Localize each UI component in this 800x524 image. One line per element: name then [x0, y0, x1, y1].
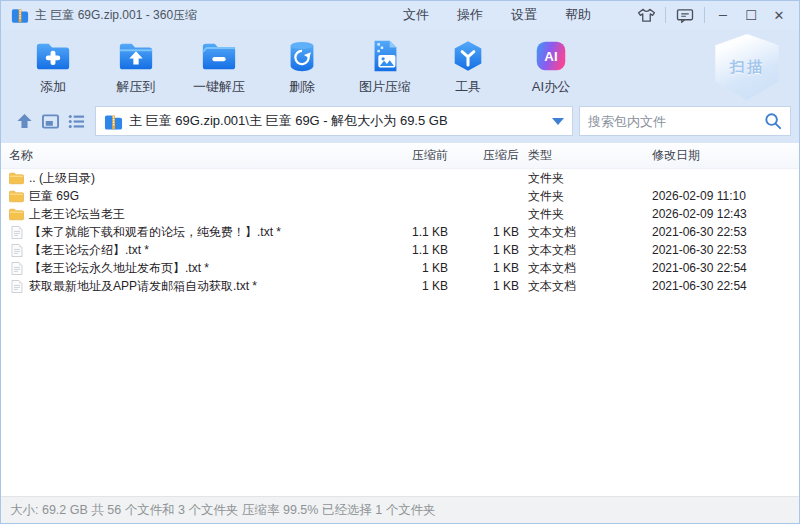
feedback-icon[interactable] — [670, 4, 700, 26]
file-name: .. (上级目录) — [29, 170, 95, 187]
close-button[interactable]: ✕ — [765, 4, 793, 26]
scan-badge-label: 扫描 — [730, 58, 764, 77]
file-name: 【老王论坛介绍】.txt * — [29, 242, 149, 259]
text-file-icon — [9, 226, 24, 239]
column-header-after[interactable]: 压缩后 — [451, 147, 522, 164]
menu-file[interactable]: 文件 — [389, 2, 443, 28]
toolbar: 添加 解压到 一键解压 删除 图片压缩 工具 AIAI办公 扫描 — [1, 29, 799, 105]
menu-help[interactable]: 帮助 — [551, 2, 605, 28]
toolbar-button-delete[interactable]: 删除 — [268, 35, 336, 99]
list-view-icon[interactable] — [63, 108, 89, 134]
maximize-button[interactable]: ☐ — [737, 4, 765, 26]
file-type: 文本文档 — [522, 242, 646, 259]
menu-operation[interactable]: 操作 — [443, 2, 497, 28]
file-type: 文本文档 — [522, 260, 646, 277]
file-name: 获取最新地址及APP请发邮箱自动获取.txt * — [29, 278, 257, 295]
column-header-name[interactable]: 名称 — [1, 147, 376, 164]
table-row[interactable]: 【老王论坛介绍】.txt *1.1 KB1 KB文本文档2021-06-30 2… — [1, 241, 799, 259]
preview-pane-icon[interactable] — [37, 108, 63, 134]
toolbar-label-image-compress: 图片压缩 — [359, 78, 411, 96]
file-name: 【老王论坛永久地址发布页】.txt * — [29, 260, 209, 277]
toolbar-items: 添加 解压到 一键解压 删除 图片压缩 工具 AIAI办公 — [19, 35, 585, 99]
status-bar: 大小: 69.2 GB 共 56 个文件和 3 个文件夹 压缩率 99.5% 已… — [1, 496, 799, 523]
window-title: 主 巨童 69G.zip.001 - 360压缩 — [35, 7, 197, 24]
toolbar-label-ai-office: AI办公 — [532, 78, 570, 96]
file-type: 文本文档 — [522, 278, 646, 295]
column-header-date[interactable]: 修改日期 — [646, 147, 799, 164]
file-list: 名称压缩前压缩后类型修改日期 .. (上级目录)文件夹 巨童 69G文件夹202… — [1, 143, 799, 496]
skin-tshirt-icon[interactable] — [631, 4, 661, 26]
file-type: 文件夹 — [522, 188, 646, 205]
table-row[interactable]: 巨童 69G文件夹2026-02-09 11:10 — [1, 187, 799, 205]
zip-archive-icon — [11, 7, 29, 23]
scan-shield-badge[interactable]: 扫描 — [711, 34, 783, 100]
size-before: 1.1 KB — [376, 243, 451, 257]
search-input[interactable] — [588, 114, 764, 129]
ai-gradient-icon: AI — [532, 38, 570, 74]
folder-icon — [9, 172, 24, 185]
address-bar: 主 巨童 69G.zip.001\主 巨童 69G - 解包大小为 69.5 G… — [1, 105, 799, 143]
svg-text:AI: AI — [544, 49, 557, 64]
table-row[interactable]: 【老王论坛永久地址发布页】.txt *1 KB1 KB文本文档2021-06-3… — [1, 259, 799, 277]
add-folder-icon — [34, 38, 72, 74]
toolbar-button-image-compress[interactable]: 图片压缩 — [351, 35, 419, 99]
toolbar-button-one-click-extract[interactable]: 一键解压 — [185, 35, 253, 99]
image-compress-icon — [366, 38, 404, 74]
size-before: 1.1 KB — [376, 225, 451, 239]
toolbar-label-add: 添加 — [40, 78, 66, 96]
column-header-type[interactable]: 类型 — [522, 147, 646, 164]
size-after: 1 KB — [451, 243, 522, 257]
up-level-button[interactable] — [11, 108, 37, 134]
table-row[interactable]: 上老王论坛当老王文件夹2026-02-09 12:43 — [1, 205, 799, 223]
modified-date: 2026-02-09 12:43 — [646, 207, 799, 221]
toolbar-button-add[interactable]: 添加 — [19, 35, 87, 99]
path-dropdown-icon[interactable] — [552, 118, 564, 125]
status-text: 大小: 69.2 GB 共 56 个文件和 3 个文件夹 压缩率 99.5% 已… — [10, 502, 436, 519]
file-type: 文件夹 — [522, 170, 646, 187]
archive-path-text: 主 巨童 69G.zip.001\主 巨童 69G - 解包大小为 69.5 G… — [129, 112, 546, 130]
toolbar-button-extract-to[interactable]: 解压到 — [102, 35, 170, 99]
table-row[interactable]: .. (上级目录)文件夹 — [1, 169, 799, 187]
trash-recycle-icon — [283, 38, 321, 74]
toolbar-button-tools[interactable]: 工具 — [434, 35, 502, 99]
search-icon[interactable] — [764, 112, 782, 130]
text-file-icon — [9, 244, 24, 257]
size-after: 1 KB — [451, 261, 522, 275]
table-row[interactable]: 【来了就能下载和观看的论坛，纯免费！】.txt *1.1 KB1 KB文本文档2… — [1, 223, 799, 241]
file-name: 【来了就能下载和观看的论坛，纯免费！】.txt * — [29, 224, 281, 241]
toolbar-button-ai-office[interactable]: AIAI办公 — [517, 35, 585, 99]
modified-date: 2026-02-09 11:10 — [646, 189, 799, 203]
folder-icon — [9, 208, 24, 221]
size-after: 1 KB — [451, 279, 522, 293]
toolbar-label-delete: 删除 — [289, 78, 315, 96]
size-before: 1 KB — [376, 261, 451, 275]
column-header-before[interactable]: 压缩前 — [376, 147, 451, 164]
file-name: 上老王论坛当老王 — [29, 206, 125, 223]
file-type: 文件夹 — [522, 206, 646, 223]
extract-to-folder-icon — [117, 38, 155, 74]
search-box — [579, 106, 791, 136]
modified-date: 2021-06-30 22:53 — [646, 243, 799, 257]
menu-bar: 文件操作设置帮助 — [389, 2, 605, 28]
size-before: 1 KB — [376, 279, 451, 293]
text-file-icon — [9, 262, 24, 275]
archive-path-field[interactable]: 主 巨童 69G.zip.001\主 巨童 69G - 解包大小为 69.5 G… — [95, 106, 573, 136]
app-window: 主 巨童 69G.zip.001 - 360压缩 文件操作设置帮助 ─ ☐ ✕ — [0, 0, 800, 524]
toolbar-label-extract-to: 解压到 — [117, 78, 156, 96]
toolbar-label-tools: 工具 — [455, 78, 481, 96]
titlebar-icons: ─ ☐ ✕ — [631, 4, 793, 26]
minimize-button[interactable]: ─ — [709, 4, 737, 26]
toolbar-label-one-click-extract: 一键解压 — [193, 78, 245, 96]
list-header: 名称压缩前压缩后类型修改日期 — [1, 143, 799, 169]
folder-icon — [9, 190, 24, 203]
tools-hexagon-icon — [449, 38, 487, 74]
file-name: 巨童 69G — [29, 188, 79, 205]
size-after: 1 KB — [451, 225, 522, 239]
titlebar-separator — [704, 7, 705, 23]
one-click-extract-folder-icon — [200, 38, 238, 74]
menu-settings[interactable]: 设置 — [497, 2, 551, 28]
table-row[interactable]: 获取最新地址及APP请发邮箱自动获取.txt *1 KB1 KB文本文档2021… — [1, 277, 799, 295]
zip-archive-icon — [104, 113, 123, 130]
title-bar: 主 巨童 69G.zip.001 - 360压缩 文件操作设置帮助 ─ ☐ ✕ — [1, 1, 799, 29]
file-type: 文本文档 — [522, 224, 646, 241]
